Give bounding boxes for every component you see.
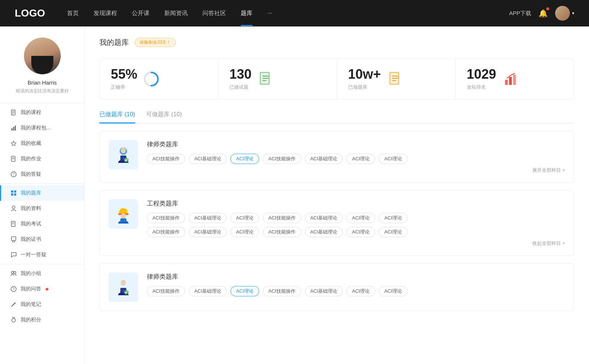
app-download-button[interactable]: APP下载 (509, 10, 531, 17)
bank-title-lawyer-1: 律师类题库 (147, 140, 565, 149)
page-title: 我的题库 (99, 38, 129, 47)
tab-todo[interactable]: 可做题库 (10) (146, 111, 182, 123)
bank-tag[interactable]: ACI技能操作 (263, 154, 301, 164)
sidebar-item-my-profile[interactable]: 我的资料 (0, 201, 84, 216)
sidebar-item-my-course[interactable]: 我的课程 (0, 105, 84, 120)
sidebar-item-my-group[interactable]: 我的小组 (0, 266, 84, 281)
bank-tag[interactable]: ACI理论 (346, 286, 375, 296)
bank-tag[interactable]: ACI技能操作 (263, 286, 301, 296)
bank-tag[interactable]: ACI理论 (230, 227, 259, 237)
stat-ranking-text: 1029 全站排名 (467, 68, 496, 90)
nav-home[interactable]: 首页 (67, 10, 79, 17)
bank-tag[interactable]: ACI技能操作 (263, 213, 301, 223)
nav-qa[interactable]: 问答社区 (202, 10, 226, 17)
bank-tag[interactable]: ACI理论 (379, 286, 408, 296)
bank-tag[interactable]: ACI技能操作 (147, 213, 185, 223)
nav-discover[interactable]: 发现课程 (94, 10, 117, 17)
bank-tag[interactable]: ACI技能操作 (147, 286, 185, 296)
bank-tag[interactable]: ACI基础理论 (305, 286, 343, 296)
bank-tag[interactable]: ACI理论 (346, 213, 375, 223)
person-icon (10, 205, 17, 212)
svg-rect-5 (13, 127, 14, 131)
bank-tag[interactable]: ACI技能操作 (147, 227, 185, 237)
bank-tag[interactable]: ACI理论 (379, 213, 408, 223)
bank-tag[interactable]: ACI基础理论 (305, 227, 343, 237)
avatar-image (555, 6, 570, 21)
svg-point-25 (11, 271, 14, 274)
sidebar-item-my-bank[interactable]: 我的题库 (0, 185, 84, 201)
bank-tag[interactable]: ACI基础理论 (189, 227, 227, 237)
user-avatar-button[interactable]: ▾ (555, 6, 574, 21)
sidebar-label-my-profile: 我的资料 (21, 205, 41, 212)
avatar (555, 6, 570, 21)
sidebar-item-my-exam[interactable]: 我的考试 (0, 216, 84, 232)
bank-tag[interactable]: ACI基础理论 (305, 213, 343, 223)
expand-all-link-lawyer-1[interactable]: 展开全部科目 > (532, 167, 565, 174)
bank-tag[interactable]: ACI理论 (230, 213, 259, 223)
avatar-dropdown-icon: ▾ (572, 11, 574, 16)
svg-marker-7 (11, 141, 16, 146)
sidebar-label-my-favorites: 我的收藏 (21, 140, 41, 147)
sidebar-label-my-homework: 我的作业 (21, 156, 41, 162)
sidebar-divider-1 (0, 103, 84, 103)
sidebar-label-my-qa: 我的问答 (21, 286, 41, 292)
bank-tag-highlighted[interactable]: ACI理论 (230, 154, 259, 164)
stat-accuracy-label: 正确率 (111, 84, 137, 90)
svg-rect-13 (11, 190, 13, 193)
svg-rect-57 (120, 218, 126, 222)
question-mark-icon: ? (10, 286, 17, 292)
sidebar-item-my-homework[interactable]: 我的作业 (0, 151, 84, 167)
bank-tag[interactable]: ACI基础理论 (189, 286, 227, 296)
stat-done-banks-value: 10w+ (348, 68, 381, 81)
user-name: Brian Harris (28, 79, 57, 86)
doc-icon (10, 156, 17, 162)
sidebar-item-my-qa[interactable]: ? 我的问答 (0, 281, 84, 297)
bank-icon-engineer (109, 199, 138, 229)
header: LOGO 首页 发现课程 公开课 新闻资讯 问答社区 题库 ··· APP下载 … (0, 0, 589, 26)
nav-news[interactable]: 新闻资讯 (164, 10, 188, 17)
sidebar-divider-2 (0, 183, 84, 184)
svg-point-51 (121, 147, 126, 153)
chat-icon (10, 251, 17, 258)
bank-tag[interactable]: ACI基础理论 (305, 154, 343, 164)
sidebar-divider-3 (0, 264, 84, 264)
sidebar-item-one-on-one[interactable]: 一对一答疑 (0, 247, 84, 263)
nav: 首页 发现课程 公开课 新闻资讯 问答社区 题库 ··· (67, 10, 509, 17)
bank-tag[interactable]: ACI基础理论 (189, 213, 227, 223)
sidebar-label-my-group: 我的小组 (21, 270, 41, 277)
logo: LOGO (15, 7, 45, 19)
sidebar-item-my-questions[interactable]: ? 我的答疑 (0, 167, 84, 182)
nav-bank[interactable]: 题库 (241, 10, 253, 17)
qa-notification-dot (46, 288, 48, 290)
sidebar-item-my-notes[interactable]: 我的笔记 (0, 297, 84, 312)
bank-tag[interactable]: ACI理论 (346, 154, 375, 164)
main-layout: Brian Harris 错误的决定比没有决定要好 我的课程 我的课程包... … (0, 26, 589, 364)
svg-point-58 (121, 280, 126, 286)
bank-tag[interactable]: ACI理论 (379, 154, 408, 164)
bank-tags-engineer-row2: ACI技能操作 ACI基础理论 ACI理论 ACI技能操作 ACI基础理论 AC… (147, 227, 565, 237)
doc-orange-icon (387, 71, 403, 87)
tab-done[interactable]: 已做题库 (10) (99, 111, 135, 123)
bank-tag[interactable]: ACI基础理论 (189, 154, 227, 164)
stat-done-banks-text: 10w+ 已做题库 (348, 68, 381, 90)
bank-tag-highlighted[interactable]: ACI理论 (230, 286, 259, 296)
bank-tag[interactable]: ACI技能操作 (263, 227, 301, 237)
bank-tag[interactable]: ACI技能操作 (147, 154, 185, 164)
svg-point-56 (121, 213, 126, 219)
sidebar-item-my-course-pack[interactable]: 我的课程包... (0, 120, 84, 136)
svg-point-30 (12, 318, 15, 322)
bank-title-lawyer-2: 律师类题库 (147, 272, 565, 281)
bank-tag[interactable]: ACI理论 (346, 227, 375, 237)
nav-more[interactable]: ··· (267, 10, 272, 17)
notification-bell-icon[interactable]: 🔔 (539, 9, 548, 18)
bank-tag[interactable]: ACI理论 (379, 227, 408, 237)
sidebar-item-my-favorites[interactable]: 我的收藏 (0, 136, 84, 151)
sidebar-item-my-cert[interactable]: 我的证书 (0, 232, 84, 247)
file-text-icon (10, 221, 17, 227)
nav-open-course[interactable]: 公开课 (132, 10, 149, 17)
collapse-all-link-engineer[interactable]: 收起全部科目 > (147, 240, 565, 247)
sidebar-item-my-points[interactable]: 我的积分 (0, 312, 84, 328)
stats-row: 55% 正确率 130 已做试题 (99, 58, 574, 100)
content-area: 我的题库 体验剩余23天！ 55% 正确率 130 (85, 26, 589, 364)
sidebar-label-my-exam: 我的考试 (21, 221, 41, 227)
